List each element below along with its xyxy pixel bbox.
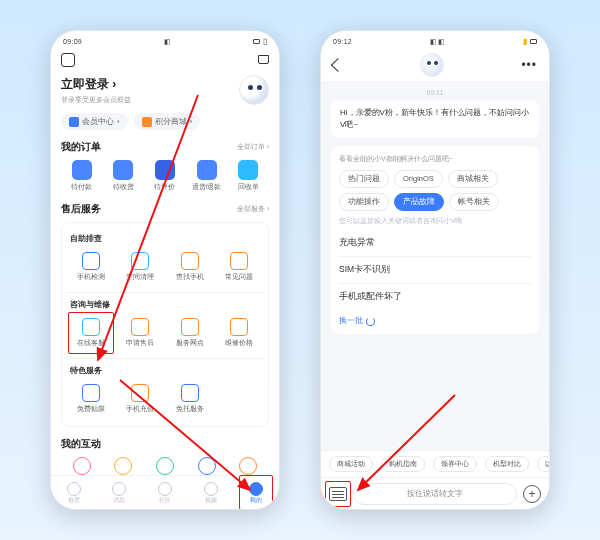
keyboard-icon[interactable] <box>329 487 347 501</box>
svc-price[interactable]: 维修价格 <box>215 314 265 352</box>
more-icon[interactable]: ••• <box>521 58 537 72</box>
login-button[interactable]: 立即登录 › <box>61 76 131 93</box>
login-sub: 登录享受更多会员权益 <box>61 95 131 105</box>
chip-function[interactable]: 功能操作 <box>339 193 389 211</box>
order-ship[interactable]: 待收货 <box>103 160 145 192</box>
interact-head: 我的互动 <box>61 437 101 451</box>
phone-left: 09:09 ◧ ▯ 立即登录 › 登录享受更多会员权益 会员中心 › 积分商城 … <box>50 30 280 510</box>
service-head: 售后服务 <box>61 202 101 216</box>
nav-msg[interactable]: 消息 <box>97 476 143 509</box>
svc-care[interactable]: 免托服务 <box>165 380 215 418</box>
coin-icon <box>142 117 152 127</box>
voice-input[interactable]: 按住说话转文字 <box>353 483 517 505</box>
diamond-icon <box>69 117 79 127</box>
tag-compare[interactable]: 机型对比 <box>485 456 529 472</box>
chip-mall[interactable]: 商城相关 <box>448 170 498 188</box>
nav-recommend[interactable]: 推荐 <box>51 476 97 509</box>
chip-hot[interactable]: 热门问题 <box>339 170 389 188</box>
service-box: 自助排查 手机检测 空间清理 查找手机 常见问题 咨询与维修 在线客服 申请售后 <box>61 222 269 427</box>
svc-online-support[interactable]: 在线客服 <box>66 314 116 352</box>
svc-faq[interactable]: 常见问题 <box>215 248 265 286</box>
faq-charge[interactable]: 充电异常 <box>339 230 531 257</box>
svc-apply[interactable]: 申请售后 <box>116 314 166 352</box>
tag-activity[interactable]: 商城活动 <box>329 456 373 472</box>
nav-video[interactable]: 视频 <box>188 476 234 509</box>
nav-community[interactable]: 社区 <box>142 476 188 509</box>
service-more[interactable]: 全部服务 › <box>237 204 269 214</box>
plus-icon[interactable]: + <box>523 485 541 503</box>
status-bar: 09:09 ◧ ▯ <box>51 31 279 49</box>
status-bar-2: 09:12 ◧◧ ▮ <box>321 31 549 49</box>
settings-icon[interactable] <box>61 53 75 67</box>
chip-fault[interactable]: 产品故障 <box>394 193 444 211</box>
orders-more[interactable]: 全部订单 › <box>237 142 269 152</box>
avatar[interactable] <box>239 75 269 105</box>
order-refund[interactable]: 退货/退款 <box>186 160 228 192</box>
faq-sim[interactable]: SIM卡不识别 <box>339 257 531 284</box>
svc-find[interactable]: 查找手机 <box>165 248 215 286</box>
pill-member[interactable]: 会员中心 › <box>61 113 128 130</box>
faq-broken[interactable]: 手机或配件坏了 <box>339 284 531 310</box>
orders-head: 我的订单 <box>61 140 101 154</box>
svc-topup[interactable]: 手机充值 <box>116 380 166 418</box>
back-icon[interactable] <box>331 58 345 72</box>
refresh-button[interactable]: 换一批 <box>339 316 531 326</box>
order-recycle[interactable]: 回收单 <box>227 160 269 192</box>
status-time: 09:09 <box>63 38 82 45</box>
order-review[interactable]: 待评价 <box>144 160 186 192</box>
tag-more[interactable]: 以 <box>537 456 549 472</box>
tag-guide[interactable]: 购机指南 <box>381 456 425 472</box>
orders-row: 待付款 待收货 待评价 退货/退款 回收单 <box>61 160 269 192</box>
svc-clean[interactable]: 空间清理 <box>116 248 166 286</box>
svc-phone-check[interactable]: 手机检测 <box>66 248 116 286</box>
cart-icon[interactable] <box>257 54 269 66</box>
svc-store[interactable]: 服务网点 <box>165 314 215 352</box>
chip-originos[interactable]: OriginOS <box>394 170 443 188</box>
tag-coupon[interactable]: 领券中心 <box>433 456 477 472</box>
chip-account[interactable]: 帐号相关 <box>449 193 499 211</box>
chat-timestamp: 09:11 <box>331 89 539 96</box>
quick-tags: 商城活动 购机指南 领券中心 机型对比 以 <box>321 450 549 477</box>
bot-avatar <box>420 53 444 77</box>
pill-points[interactable]: 积分商城 › <box>134 113 201 130</box>
status-time-2: 09:12 <box>333 38 352 45</box>
bot-greeting: Hi，亲爱的V粉，新年快乐！有什么问题，不妨问问小V吧~ <box>331 100 539 138</box>
headset-icon <box>82 318 100 336</box>
phone-right: 09:12 ◧◧ ▮ ••• 09:11 Hi，亲爱的V粉，新年快乐！有什么问题… <box>320 30 550 510</box>
order-pay[interactable]: 待付款 <box>61 160 103 192</box>
refresh-icon <box>366 317 375 326</box>
topic-card: 看看全能的小V都能解决什么问题吧~ 热门问题 OriginOS 商城相关 功能操… <box>331 146 539 334</box>
chat-input-bar: 按住说话转文字 + <box>321 477 549 509</box>
svc-film[interactable]: 免费贴膜 <box>66 380 116 418</box>
nav-mine[interactable]: 我的 <box>233 476 279 509</box>
bottom-nav: 推荐 消息 社区 视频 我的 <box>51 475 279 509</box>
